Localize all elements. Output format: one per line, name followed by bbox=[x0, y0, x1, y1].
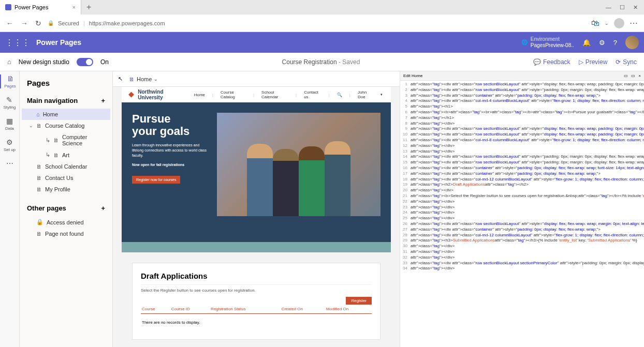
toggle-state: On bbox=[100, 58, 109, 66]
settings-icon[interactable]: ⚙ bbox=[599, 39, 605, 47]
minimize-icon[interactable]: — bbox=[606, 4, 611, 11]
back-icon[interactable]: ← bbox=[6, 19, 13, 27]
forward-icon[interactable]: → bbox=[21, 19, 28, 27]
rail-data[interactable]: ▦Data bbox=[5, 117, 14, 131]
refresh-icon[interactable]: ↻ bbox=[35, 19, 41, 27]
sidebar-item-denied[interactable]: 🔒 Access denied bbox=[22, 216, 110, 228]
maximize-icon[interactable]: ☐ bbox=[620, 4, 625, 11]
draft-title: Draft Applications bbox=[141, 271, 372, 280]
help-icon[interactable]: ? bbox=[613, 39, 617, 47]
home-icon[interactable]: ⌂ bbox=[7, 58, 11, 66]
subpage-icon: ↳ bbox=[46, 152, 50, 158]
sidebar-item-cs[interactable]: ↳ 🗎 Computer Science bbox=[22, 131, 110, 149]
sidebar-item-calendar[interactable]: 🗎 School Calendar bbox=[22, 161, 110, 172]
sidebar-item-contact[interactable]: 🗎 Contact Us bbox=[22, 172, 110, 184]
profile-avatar-icon[interactable] bbox=[614, 18, 624, 28]
sidebar: Pages Main navigation + ⌂ Home ⌄ 🗎 Cours… bbox=[20, 71, 113, 347]
app-launcher-icon[interactable]: ⋮⋮⋮ bbox=[5, 38, 30, 48]
nav-contact[interactable]: Contact us bbox=[302, 90, 324, 99]
user-avatar-icon[interactable] bbox=[625, 36, 639, 49]
nav-home[interactable]: Home bbox=[192, 93, 207, 97]
chevron-down-icon[interactable]: ⌄ bbox=[154, 77, 158, 82]
lock-icon: 🔒 bbox=[36, 219, 43, 225]
breadcrumb[interactable]: 🗎 Home ⌄ bbox=[129, 76, 158, 82]
hero-title: Pursueyour goals bbox=[132, 113, 210, 138]
shopping-icon[interactable]: 🛍 bbox=[591, 19, 599, 28]
window-titlebar: Power Pages × + — ☐ ✕ bbox=[0, 0, 644, 14]
preview-button[interactable]: ▷ Preview bbox=[579, 58, 608, 66]
brand-logo-icon bbox=[128, 91, 135, 98]
brand-name: Northwind University bbox=[138, 89, 187, 100]
env-label: Environment bbox=[531, 36, 574, 42]
document-status: Course Registration - Saved bbox=[282, 58, 360, 66]
url-text: https://make.powerpages.com bbox=[89, 20, 165, 26]
notifications-icon[interactable]: 🔔 bbox=[582, 39, 591, 47]
close-icon[interactable]: × bbox=[638, 73, 641, 78]
table-header: Course Course ID Registration Status Cre… bbox=[141, 305, 372, 314]
draft-applications-card[interactable]: Draft Applications Select the Register b… bbox=[132, 263, 380, 340]
saved-label: - Saved bbox=[339, 58, 360, 66]
tab-title: Power Pages bbox=[14, 4, 48, 10]
browser-tab[interactable]: Power Pages × bbox=[0, 0, 81, 14]
environment-picker[interactable]: 🌐 Environment PagesPreview-08.. bbox=[521, 36, 574, 49]
other-pages-header: Other pages + bbox=[22, 200, 110, 216]
app-header: ⋮⋮⋮ Power Pages 🌐 Environment PagesPrevi… bbox=[0, 32, 644, 53]
add-other-page-icon[interactable]: + bbox=[101, 204, 105, 212]
page-icon: 🗎 bbox=[36, 231, 42, 237]
sidebar-item-profile[interactable]: 🗎 My Profile bbox=[22, 184, 110, 195]
secured-label: Secured bbox=[58, 20, 79, 26]
new-tab-button[interactable]: + bbox=[81, 3, 96, 12]
preview-nav: Northwind University Home| Course Catalo… bbox=[122, 87, 391, 102]
draft-subtitle: Select the Register button to see course… bbox=[141, 288, 372, 293]
code-toolbar-icon[interactable]: ▭ bbox=[624, 73, 628, 78]
hero-open: Now open for fall registrations bbox=[132, 162, 210, 168]
more-icon[interactable]: ⋯ bbox=[630, 18, 638, 28]
search-icon[interactable]: 🔍 bbox=[335, 93, 344, 97]
close-tab-icon[interactable]: × bbox=[72, 4, 75, 10]
rail-styling[interactable]: ✎Styling bbox=[3, 96, 16, 110]
rail-pages[interactable]: 🗎Pages bbox=[0, 74, 19, 88]
sidebar-item-catalog[interactable]: ⌄ 🗎 Course Catalog bbox=[22, 120, 110, 131]
page-icon: 🗎 bbox=[36, 175, 42, 181]
page-icon: 🗎 bbox=[53, 152, 59, 158]
add-page-icon[interactable]: + bbox=[101, 97, 105, 104]
page-icon: 🗎 bbox=[36, 186, 42, 192]
feedback-button[interactable]: 💬 Feedback bbox=[533, 58, 570, 66]
doc-title: Course Registration bbox=[282, 58, 337, 66]
hero-section[interactable]: Northwind University Home| Course Catalo… bbox=[122, 87, 391, 242]
sidebar-item-art[interactable]: ↳ 🗎 Art bbox=[22, 149, 110, 161]
nav-calendar[interactable]: School Calendar bbox=[259, 90, 290, 99]
chevron-down-icon[interactable]: ⌄ bbox=[605, 21, 609, 26]
register-button[interactable]: Register now for courses bbox=[132, 176, 180, 184]
draft-register-button[interactable]: Register bbox=[346, 297, 372, 305]
cursor-icon[interactable]: ↖ bbox=[118, 76, 123, 82]
studio-toggle[interactable] bbox=[77, 58, 93, 66]
page-icon: 🗎 bbox=[36, 123, 42, 129]
design-canvas[interactable]: ↖ 🗎 Home ⌄ Northwind University Hom bbox=[113, 71, 400, 347]
code-toolbar-icon[interactable]: ▭ bbox=[631, 73, 635, 78]
code-editor-panel: Edit Home ▭ ▭ × 1attr">class="tag"><div … bbox=[400, 71, 644, 347]
globe-icon: 🌐 bbox=[521, 39, 528, 46]
sidebar-item-home[interactable]: ⌂ Home bbox=[22, 109, 110, 120]
sync-button[interactable]: ⟳ Sync bbox=[616, 58, 637, 66]
code-editor[interactable]: 1attr">class="tag"><div attr">class="row… bbox=[400, 81, 644, 347]
canvas-toolbar: ↖ 🗎 Home ⌄ bbox=[113, 71, 400, 87]
nav-user[interactable]: John Doe bbox=[356, 90, 375, 99]
chevron-down-icon[interactable]: ⌄ bbox=[29, 123, 33, 128]
address-bar[interactable]: 🔒 Secured | https://make.powerpages.com bbox=[48, 20, 585, 26]
nav-catalog[interactable]: Course Catalog bbox=[218, 90, 248, 99]
lock-icon: 🔒 bbox=[48, 20, 54, 26]
hero-subtitle: Learn through innovative experiences and… bbox=[132, 143, 210, 158]
page-icon: 🗎 bbox=[53, 137, 59, 143]
rail-more[interactable]: ⋯ bbox=[6, 159, 13, 168]
main-nav-header: Main navigation + bbox=[22, 93, 110, 109]
subpage-icon: ↳ bbox=[46, 137, 50, 144]
sidebar-item-notfound[interactable]: 🗎 Page not found bbox=[22, 228, 110, 239]
browser-toolbar: ← → ↻ 🔒 Secured | https://make.powerpage… bbox=[0, 14, 644, 32]
favicon-icon bbox=[5, 4, 11, 10]
rail-setup[interactable]: ⚙Set up bbox=[4, 138, 16, 152]
app-title: Power Pages bbox=[36, 38, 81, 47]
hero-image bbox=[217, 113, 380, 216]
close-window-icon[interactable]: ✕ bbox=[633, 4, 638, 11]
sidebar-title: Pages bbox=[22, 77, 110, 93]
